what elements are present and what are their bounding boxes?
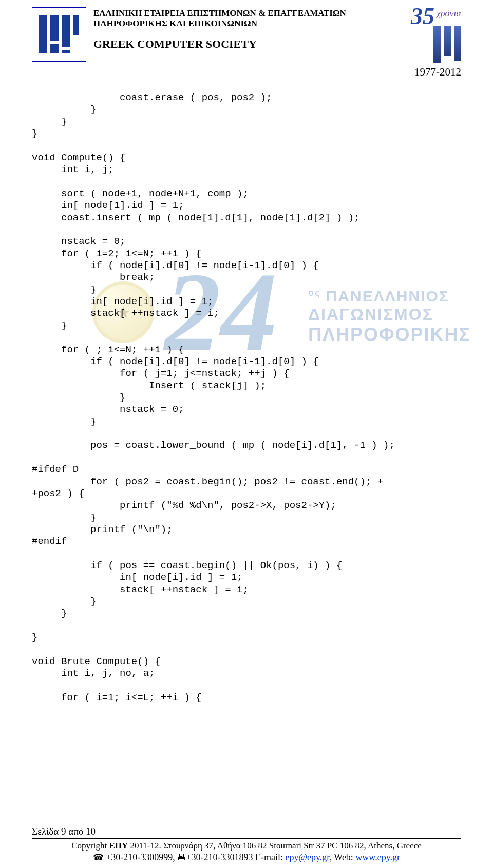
- svg-rect-0: [39, 15, 47, 53]
- anniversary-bar: [433, 26, 441, 63]
- svg-rect-5: [73, 15, 79, 35]
- email-link[interactable]: epy@epy.gr: [285, 852, 329, 862]
- greek-title-line1: ΕΛΛΗΝΙΚΗ ΕΤΑΙΡΕΙΑ ΕΠΙΣΤΗΜΟΝΩΝ & ΕΠΑΓΓΕΛΜ…: [93, 8, 377, 18]
- english-title: GREEK COMPUTER SOCIETY: [93, 37, 377, 51]
- fax-icon: 🖷: [177, 853, 186, 862]
- anniversary-number: 35: [411, 7, 434, 26]
- phone-icon: ☎: [93, 853, 106, 862]
- page-number: Σελίδα 9 από 10: [32, 826, 461, 837]
- copyright-line: Copyright ΕΠΥ 2011-12. Στουρνάρη 37, Αθή…: [32, 841, 461, 851]
- contact-line: ☎ +30-210-3300999, 🖷+30-210-3301893 E-ma…: [32, 852, 461, 863]
- anniversary-word: χρόνια: [437, 8, 461, 19]
- svg-rect-2: [50, 44, 59, 53]
- header-divider: [32, 65, 461, 65]
- svg-rect-3: [62, 15, 70, 47]
- header: ΕΛΛΗΝΙΚΗ ΕΤΑΙΡΕΙΑ ΕΠΙΣΤΗΜΟΝΩΝ & ΕΠΑΓΓΕΛΜ…: [32, 7, 461, 69]
- anniversary-bar: [454, 26, 461, 61]
- anniversary-years: 1977-2012: [414, 66, 461, 79]
- code-block: coast.erase ( pos, pos2 ); } } } void Co…: [32, 92, 461, 704]
- web-link[interactable]: www.epy.gr: [355, 852, 400, 862]
- greek-title-line2: ΠΛΗΡΟΦΟΡΙΚΗΣ ΚΑΙ ΕΠΙΚΟΙΝΩΝΙΩΝ: [93, 18, 377, 29]
- society-logo: [32, 7, 86, 62]
- anniversary-badge: 35 χρόνια 1977-2012: [384, 7, 461, 69]
- svg-rect-4: [62, 50, 70, 53]
- svg-rect-1: [50, 15, 59, 41]
- anniversary-bar: [444, 26, 451, 56]
- footer-divider: [32, 838, 461, 839]
